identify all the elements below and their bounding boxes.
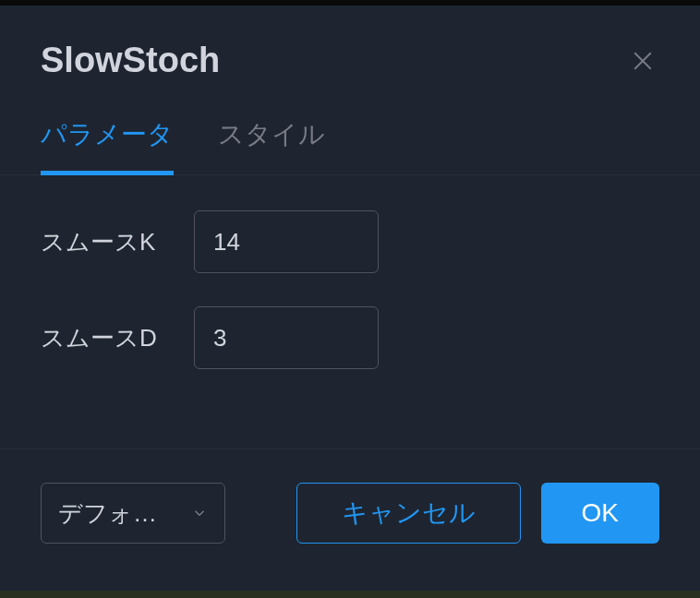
cancel-button[interactable]: キャンセル: [296, 483, 521, 544]
dropdown-label: デフォ…: [58, 497, 184, 530]
tab-parameters[interactable]: パラメータ: [41, 117, 174, 174]
bottom-strip: [0, 591, 700, 598]
chevron-down-icon: [191, 499, 208, 528]
ok-button[interactable]: OK: [541, 483, 659, 544]
close-icon: [629, 47, 657, 75]
field-row-smoothk: スムースK: [41, 210, 659, 273]
dialog-title: SlowStoch: [41, 41, 220, 80]
dialog-footer: デフォ… キャンセル OK: [0, 448, 700, 577]
dialog-header: SlowStoch: [0, 6, 700, 99]
field-row-smoothd: スムースD: [41, 306, 659, 369]
close-button[interactable]: [626, 44, 659, 78]
settings-dialog: SlowStoch パラメータ スタイル スムースK スムースD デフォ…: [0, 6, 700, 577]
smoothd-label: スムースD: [41, 322, 194, 354]
tabs-container: パラメータ スタイル: [0, 99, 700, 175]
defaults-dropdown[interactable]: デフォ…: [41, 483, 225, 544]
tab-style[interactable]: スタイル: [218, 117, 325, 174]
smoothk-input[interactable]: [194, 210, 379, 273]
content-area: スムースK スムースD: [0, 175, 700, 448]
smoothk-label: スムースK: [41, 226, 194, 258]
smoothd-input[interactable]: [194, 306, 379, 369]
top-strip: [0, 0, 700, 6]
